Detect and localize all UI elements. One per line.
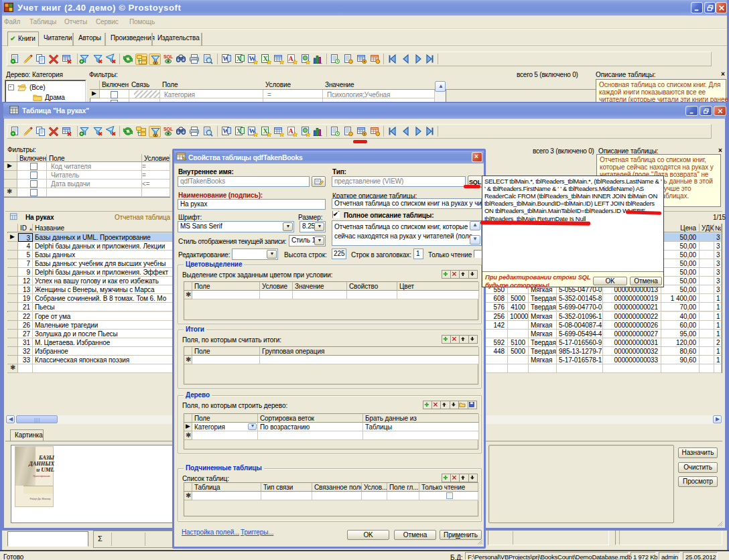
- svg-text:W: W: [249, 55, 256, 62]
- svg-text:A: A: [288, 127, 293, 135]
- svg-text:X: X: [263, 55, 268, 62]
- svg-text:SQL: SQL: [163, 127, 174, 132]
- svg-text:SQL: SQL: [163, 54, 174, 60]
- svg-text:W: W: [249, 127, 256, 135]
- svg-text:A: A: [288, 55, 293, 62]
- svg-text:X: X: [263, 127, 268, 135]
